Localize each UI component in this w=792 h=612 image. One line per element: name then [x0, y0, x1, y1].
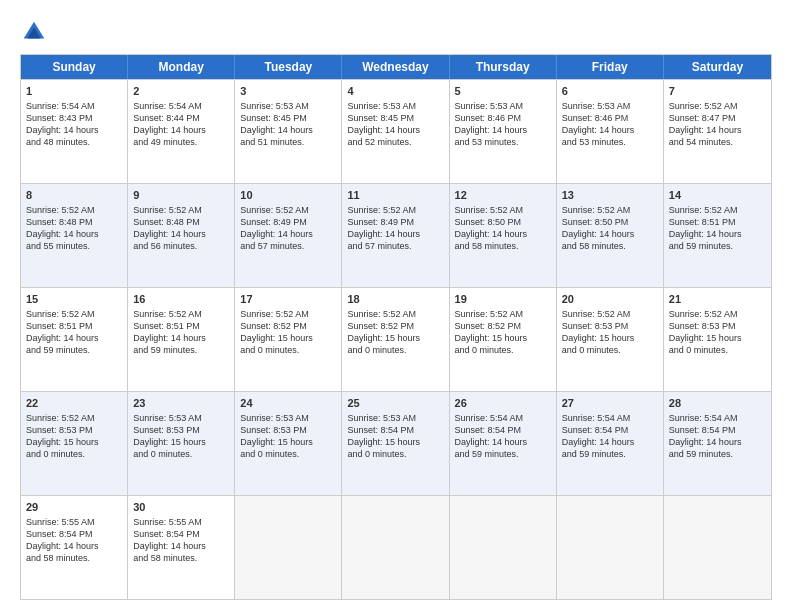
- day-number: 8: [26, 188, 122, 203]
- day-number: 20: [562, 292, 658, 307]
- day-info: Sunrise: 5:52 AM Sunset: 8:51 PM Dayligh…: [133, 309, 206, 355]
- day-info: Sunrise: 5:53 AM Sunset: 8:46 PM Dayligh…: [455, 101, 528, 147]
- calendar-day-16: 16Sunrise: 5:52 AM Sunset: 8:51 PM Dayli…: [128, 288, 235, 391]
- day-info: Sunrise: 5:52 AM Sunset: 8:53 PM Dayligh…: [26, 413, 99, 459]
- day-header-saturday: Saturday: [664, 55, 771, 79]
- day-info: Sunrise: 5:53 AM Sunset: 8:45 PM Dayligh…: [240, 101, 313, 147]
- day-number: 2: [133, 84, 229, 99]
- calendar-day-15: 15Sunrise: 5:52 AM Sunset: 8:51 PM Dayli…: [21, 288, 128, 391]
- day-info: Sunrise: 5:52 AM Sunset: 8:51 PM Dayligh…: [26, 309, 99, 355]
- calendar-day-23: 23Sunrise: 5:53 AM Sunset: 8:53 PM Dayli…: [128, 392, 235, 495]
- day-header-thursday: Thursday: [450, 55, 557, 79]
- day-number: 22: [26, 396, 122, 411]
- day-info: Sunrise: 5:54 AM Sunset: 8:44 PM Dayligh…: [133, 101, 206, 147]
- day-number: 9: [133, 188, 229, 203]
- calendar-day-22: 22Sunrise: 5:52 AM Sunset: 8:53 PM Dayli…: [21, 392, 128, 495]
- day-number: 3: [240, 84, 336, 99]
- day-info: Sunrise: 5:52 AM Sunset: 8:48 PM Dayligh…: [26, 205, 99, 251]
- day-number: 1: [26, 84, 122, 99]
- calendar-body: 1Sunrise: 5:54 AM Sunset: 8:43 PM Daylig…: [21, 79, 771, 599]
- day-number: 4: [347, 84, 443, 99]
- day-info: Sunrise: 5:54 AM Sunset: 8:54 PM Dayligh…: [455, 413, 528, 459]
- calendar-day-18: 18Sunrise: 5:52 AM Sunset: 8:52 PM Dayli…: [342, 288, 449, 391]
- calendar-day-1: 1Sunrise: 5:54 AM Sunset: 8:43 PM Daylig…: [21, 80, 128, 183]
- day-number: 16: [133, 292, 229, 307]
- calendar-day-11: 11Sunrise: 5:52 AM Sunset: 8:49 PM Dayli…: [342, 184, 449, 287]
- day-info: Sunrise: 5:52 AM Sunset: 8:53 PM Dayligh…: [669, 309, 742, 355]
- calendar-day-14: 14Sunrise: 5:52 AM Sunset: 8:51 PM Dayli…: [664, 184, 771, 287]
- day-number: 10: [240, 188, 336, 203]
- calendar-empty-cell: [235, 496, 342, 599]
- calendar-header-row: SundayMondayTuesdayWednesdayThursdayFrid…: [21, 55, 771, 79]
- calendar-day-26: 26Sunrise: 5:54 AM Sunset: 8:54 PM Dayli…: [450, 392, 557, 495]
- calendar-day-7: 7Sunrise: 5:52 AM Sunset: 8:47 PM Daylig…: [664, 80, 771, 183]
- day-header-sunday: Sunday: [21, 55, 128, 79]
- day-number: 21: [669, 292, 766, 307]
- day-info: Sunrise: 5:52 AM Sunset: 8:49 PM Dayligh…: [347, 205, 420, 251]
- calendar-week-1: 1Sunrise: 5:54 AM Sunset: 8:43 PM Daylig…: [21, 79, 771, 183]
- day-info: Sunrise: 5:52 AM Sunset: 8:52 PM Dayligh…: [455, 309, 528, 355]
- day-number: 29: [26, 500, 122, 515]
- day-number: 11: [347, 188, 443, 203]
- day-info: Sunrise: 5:52 AM Sunset: 8:49 PM Dayligh…: [240, 205, 313, 251]
- calendar-week-5: 29Sunrise: 5:55 AM Sunset: 8:54 PM Dayli…: [21, 495, 771, 599]
- day-info: Sunrise: 5:53 AM Sunset: 8:54 PM Dayligh…: [347, 413, 420, 459]
- day-number: 23: [133, 396, 229, 411]
- day-info: Sunrise: 5:52 AM Sunset: 8:52 PM Dayligh…: [240, 309, 313, 355]
- day-number: 24: [240, 396, 336, 411]
- calendar-empty-cell: [342, 496, 449, 599]
- header: [20, 18, 772, 46]
- calendar-empty-cell: [557, 496, 664, 599]
- calendar-day-12: 12Sunrise: 5:52 AM Sunset: 8:50 PM Dayli…: [450, 184, 557, 287]
- calendar-week-2: 8Sunrise: 5:52 AM Sunset: 8:48 PM Daylig…: [21, 183, 771, 287]
- day-header-friday: Friday: [557, 55, 664, 79]
- day-number: 18: [347, 292, 443, 307]
- day-info: Sunrise: 5:52 AM Sunset: 8:53 PM Dayligh…: [562, 309, 635, 355]
- day-info: Sunrise: 5:52 AM Sunset: 8:51 PM Dayligh…: [669, 205, 742, 251]
- day-info: Sunrise: 5:52 AM Sunset: 8:50 PM Dayligh…: [455, 205, 528, 251]
- logo-icon: [20, 18, 48, 46]
- day-info: Sunrise: 5:53 AM Sunset: 8:53 PM Dayligh…: [240, 413, 313, 459]
- calendar-day-5: 5Sunrise: 5:53 AM Sunset: 8:46 PM Daylig…: [450, 80, 557, 183]
- day-number: 27: [562, 396, 658, 411]
- calendar-day-19: 19Sunrise: 5:52 AM Sunset: 8:52 PM Dayli…: [450, 288, 557, 391]
- day-number: 17: [240, 292, 336, 307]
- calendar-day-4: 4Sunrise: 5:53 AM Sunset: 8:45 PM Daylig…: [342, 80, 449, 183]
- day-number: 6: [562, 84, 658, 99]
- logo: [20, 18, 52, 46]
- day-header-tuesday: Tuesday: [235, 55, 342, 79]
- calendar-day-9: 9Sunrise: 5:52 AM Sunset: 8:48 PM Daylig…: [128, 184, 235, 287]
- calendar-day-25: 25Sunrise: 5:53 AM Sunset: 8:54 PM Dayli…: [342, 392, 449, 495]
- day-number: 7: [669, 84, 766, 99]
- day-info: Sunrise: 5:52 AM Sunset: 8:52 PM Dayligh…: [347, 309, 420, 355]
- day-info: Sunrise: 5:54 AM Sunset: 8:54 PM Dayligh…: [669, 413, 742, 459]
- calendar-day-20: 20Sunrise: 5:52 AM Sunset: 8:53 PM Dayli…: [557, 288, 664, 391]
- day-number: 25: [347, 396, 443, 411]
- calendar-day-8: 8Sunrise: 5:52 AM Sunset: 8:48 PM Daylig…: [21, 184, 128, 287]
- calendar-day-24: 24Sunrise: 5:53 AM Sunset: 8:53 PM Dayli…: [235, 392, 342, 495]
- day-number: 26: [455, 396, 551, 411]
- day-info: Sunrise: 5:53 AM Sunset: 8:53 PM Dayligh…: [133, 413, 206, 459]
- day-number: 28: [669, 396, 766, 411]
- day-number: 14: [669, 188, 766, 203]
- calendar: SundayMondayTuesdayWednesdayThursdayFrid…: [20, 54, 772, 600]
- day-info: Sunrise: 5:55 AM Sunset: 8:54 PM Dayligh…: [133, 517, 206, 563]
- day-info: Sunrise: 5:54 AM Sunset: 8:54 PM Dayligh…: [562, 413, 635, 459]
- calendar-day-2: 2Sunrise: 5:54 AM Sunset: 8:44 PM Daylig…: [128, 80, 235, 183]
- day-header-wednesday: Wednesday: [342, 55, 449, 79]
- day-info: Sunrise: 5:52 AM Sunset: 8:48 PM Dayligh…: [133, 205, 206, 251]
- calendar-empty-cell: [450, 496, 557, 599]
- calendar-week-4: 22Sunrise: 5:52 AM Sunset: 8:53 PM Dayli…: [21, 391, 771, 495]
- calendar-day-13: 13Sunrise: 5:52 AM Sunset: 8:50 PM Dayli…: [557, 184, 664, 287]
- calendar-day-17: 17Sunrise: 5:52 AM Sunset: 8:52 PM Dayli…: [235, 288, 342, 391]
- calendar-day-30: 30Sunrise: 5:55 AM Sunset: 8:54 PM Dayli…: [128, 496, 235, 599]
- day-number: 19: [455, 292, 551, 307]
- calendar-day-6: 6Sunrise: 5:53 AM Sunset: 8:46 PM Daylig…: [557, 80, 664, 183]
- day-info: Sunrise: 5:52 AM Sunset: 8:47 PM Dayligh…: [669, 101, 742, 147]
- calendar-week-3: 15Sunrise: 5:52 AM Sunset: 8:51 PM Dayli…: [21, 287, 771, 391]
- day-info: Sunrise: 5:55 AM Sunset: 8:54 PM Dayligh…: [26, 517, 99, 563]
- day-number: 12: [455, 188, 551, 203]
- page: SundayMondayTuesdayWednesdayThursdayFrid…: [0, 0, 792, 612]
- day-info: Sunrise: 5:53 AM Sunset: 8:46 PM Dayligh…: [562, 101, 635, 147]
- day-header-monday: Monday: [128, 55, 235, 79]
